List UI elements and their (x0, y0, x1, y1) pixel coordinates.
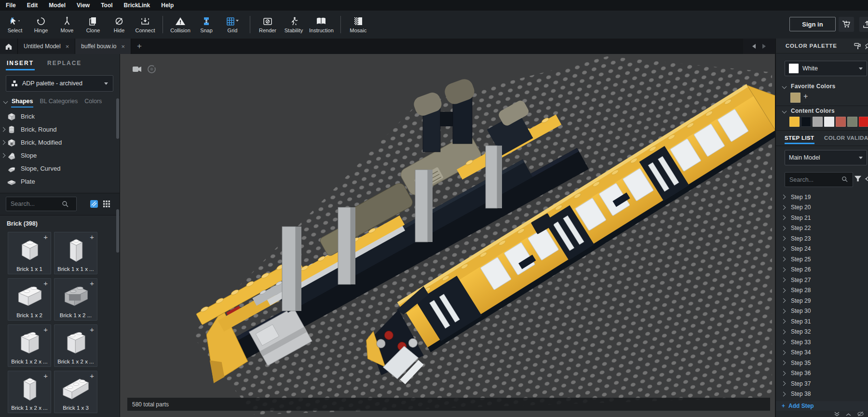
category-slope-curved[interactable]: Slope, Curved (0, 162, 116, 175)
tab-bl-categories[interactable]: BL Categories (36, 94, 81, 108)
step-list-item[interactable]: Step 36 (776, 368, 868, 379)
add-step-button[interactable]: + Add Step (776, 401, 868, 411)
chevron-right-icon[interactable] (781, 195, 786, 200)
active-color-dropdown[interactable]: White (785, 61, 867, 76)
add-tab-button[interactable]: + (131, 39, 148, 54)
menu-model[interactable]: Model (49, 2, 66, 9)
step-list-item[interactable]: Step 33 (776, 337, 868, 348)
tab-colors[interactable]: Colors (81, 94, 105, 108)
tab-insert[interactable]: INSERT (0, 54, 41, 72)
chevron-right-icon[interactable] (781, 236, 786, 241)
content-color-swatch[interactable] (789, 117, 800, 127)
part-tile-brick-1x2x5[interactable]: + Brick 1 x 2 x ... (8, 371, 51, 413)
move-tool-button[interactable]: Move (54, 16, 80, 33)
expand-all-icon[interactable] (846, 412, 851, 417)
step-list-item[interactable]: Step 22 (776, 223, 868, 234)
parts-scrollbar[interactable] (116, 209, 119, 253)
part-tile-brick-1x2[interactable]: + Brick 1 x 2 (8, 278, 51, 321)
chevron-right-icon[interactable] (781, 329, 786, 334)
chevron-right-icon[interactable] (781, 278, 786, 282)
collapse-all-icon[interactable] (834, 412, 840, 417)
category-scrollbar[interactable] (116, 98, 119, 139)
connect-tool-button[interactable]: Connect (132, 16, 158, 33)
tab-buffel-bouw[interactable]: buffel bouw.io × (75, 39, 131, 54)
clone-tool-button[interactable]: Clone (80, 16, 106, 33)
menu-file[interactable]: File (6, 2, 16, 9)
step-list-item[interactable]: Step 21 (776, 213, 868, 223)
settings-icon[interactable] (865, 175, 868, 183)
step-list-item[interactable]: Step 20 (776, 202, 868, 213)
pin-icon[interactable] (865, 42, 868, 50)
orbit-record-icon[interactable] (147, 65, 156, 74)
menu-help[interactable]: Help (161, 2, 174, 9)
chevron-right-icon[interactable] (781, 340, 786, 345)
chevron-right-icon[interactable] (781, 257, 786, 262)
model-selector-dropdown[interactable]: Main Model (785, 150, 867, 165)
step-list-item[interactable]: Step 27 (776, 275, 868, 285)
content-color-swatch[interactable] (801, 117, 811, 127)
hide-steps-icon[interactable] (857, 411, 864, 417)
chevron-right-icon[interactable] (781, 288, 786, 293)
viewport-3d[interactable]: 580 total parts (120, 54, 775, 417)
palette-view-icon[interactable] (90, 200, 98, 208)
category-brick-modified[interactable]: Brick, Modified (0, 136, 116, 149)
chevron-right-icon[interactable] (781, 350, 786, 355)
tab-step-list[interactable]: STEP LIST (785, 135, 814, 141)
collision-tool-button[interactable]: Collision (167, 16, 193, 33)
chevron-right-icon[interactable] (781, 267, 786, 272)
chevron-right-icon[interactable] (781, 381, 786, 386)
camera-icon[interactable] (133, 66, 141, 72)
chevron-right-icon[interactable] (781, 361, 786, 365)
chevron-right-icon[interactable] (781, 371, 786, 376)
part-tile-brick-1x3[interactable]: + Brick 1 x 3 (54, 371, 97, 413)
chevron-down-icon[interactable] (3, 99, 8, 104)
tab-scroll-right-icon[interactable] (762, 44, 766, 49)
part-tile-brick-1x2x2b[interactable]: + Brick 1 x 2 x ... (54, 324, 97, 367)
category-brick-round[interactable]: Brick, Round (0, 123, 116, 136)
upload-button[interactable] (859, 17, 868, 32)
tab-scroll-left-icon[interactable] (752, 44, 756, 49)
category-plate[interactable]: Plate (0, 175, 116, 188)
part-tile-brick-1x1xN[interactable]: + Brick 1 x 1 x ... (54, 232, 97, 274)
step-list-item[interactable]: Step 30 (776, 306, 868, 317)
stability-tool-button[interactable]: Stability (281, 16, 307, 33)
close-icon[interactable]: × (66, 43, 69, 50)
content-color-swatch[interactable] (847, 117, 857, 127)
chevron-right-icon[interactable] (1, 140, 6, 145)
step-list-item[interactable]: Step 26 (776, 265, 868, 275)
filter-icon[interactable] (854, 175, 862, 183)
chevron-right-icon[interactable] (781, 391, 786, 396)
tab-replace[interactable]: REPLACE (41, 54, 88, 72)
step-list-item[interactable]: Step 23 (776, 233, 868, 244)
cart-button[interactable] (839, 17, 854, 32)
search-icon[interactable] (62, 201, 68, 207)
instruction-tool-button[interactable]: Instruction (307, 16, 336, 33)
grid-view-icon[interactable] (103, 200, 110, 208)
chevron-right-icon[interactable] (781, 246, 786, 251)
category-partial[interactable] (0, 188, 116, 193)
chevron-right-icon[interactable] (781, 309, 786, 313)
hinge-tool-button[interactable]: Hinge (28, 16, 54, 33)
menu-edit[interactable]: Edit (27, 2, 38, 9)
hide-tool-button[interactable]: Hide (106, 16, 132, 33)
step-list-item[interactable]: Step 38 (776, 389, 868, 400)
chevron-right-icon[interactable] (781, 319, 786, 324)
step-list-item[interactable]: Step 34 (776, 348, 868, 358)
step-list-item[interactable]: Step 25 (776, 254, 868, 265)
select-tool-button[interactable]: Select (2, 16, 28, 33)
part-tile-brick-1x1[interactable]: + Brick 1 x 1 (8, 232, 51, 274)
step-list-item[interactable]: Step 29 (776, 296, 868, 306)
chevron-right-icon[interactable] (781, 298, 786, 303)
menu-view[interactable]: View (77, 2, 90, 9)
favorite-color-swatch[interactable] (790, 93, 800, 103)
tab-color-validator[interactable]: COLOR VALIDATOR (824, 135, 868, 141)
step-list-item[interactable]: Step 28 (776, 285, 868, 296)
add-favorite-color-button[interactable]: + (803, 92, 808, 101)
mosaic-tool-button[interactable]: Mosaic (345, 16, 371, 33)
paint-roller-icon[interactable] (854, 42, 861, 50)
search-icon[interactable] (841, 176, 848, 182)
step-list-item[interactable]: Step 24 (776, 244, 868, 255)
content-color-swatch[interactable] (813, 117, 823, 127)
chevron-right-icon[interactable] (1, 153, 6, 158)
sign-in-button[interactable]: Sign in (789, 17, 836, 31)
